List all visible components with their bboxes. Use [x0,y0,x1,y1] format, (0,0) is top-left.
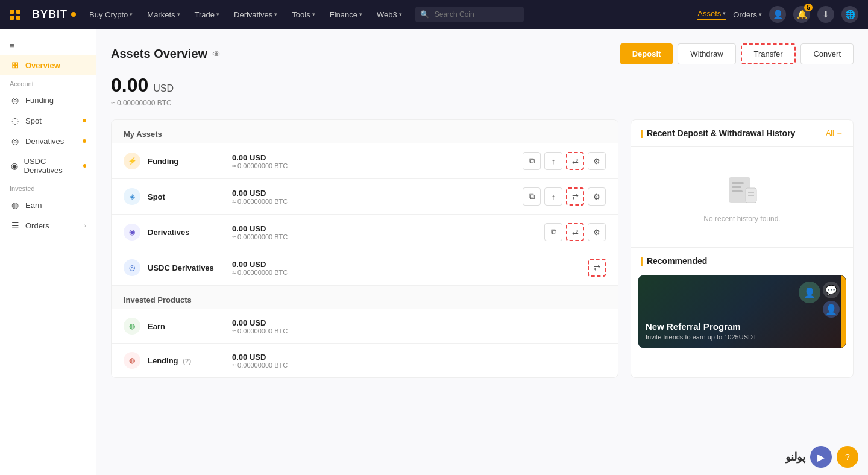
derivatives-copy-button[interactable]: ⧉ [544,223,562,241]
chevron-down-icon: ▾ [359,11,362,17]
sidebar-item-spot[interactable]: ◌ Spot [0,110,96,131]
deposit-button[interactable]: Deposit [620,43,673,64]
watermark-logo-icon: ▶ [810,446,832,468]
chevron-down-icon: ▾ [274,11,277,17]
funding-actions: ⧉ ↑ ⇄ ⚙ [523,152,606,170]
spot-copy-button[interactable]: ⧉ [523,187,541,206]
globe-icon[interactable]: 🌐 [841,6,858,23]
nav-web3[interactable]: Web3 ▾ [371,0,408,29]
promo-icon-2: 💬 [823,282,840,298]
logo[interactable]: BYBIT [10,8,76,21]
nav-markets[interactable]: Markets ▾ [141,0,186,29]
sidebar-item-orders[interactable]: ☰ Orders › [0,215,96,236]
balance-btc: ≈ 0.00000000 BTC [111,99,854,107]
funding-copy-button[interactable]: ⧉ [523,152,541,170]
derivatives-badge [83,139,86,143]
sidebar-item-usdc-derivatives[interactable]: ◉ USDC Derivatives [0,151,96,180]
sidebar-item-overview[interactable]: ⊞ Overview [0,55,96,75]
convert-button[interactable]: Convert [800,43,854,64]
table-row: ◈ Spot 0.00 USD ≈ 0.00000000 BTC ⧉ ↑ ⇄ ⚙ [112,179,618,215]
derivatives-icon: ◎ [10,136,20,146]
main-layout: ≡ ⊞ Overview Account ◎ Funding ◌ Spot ◎ … [0,29,868,475]
lending-help-icon[interactable]: (?) [183,357,191,365]
spot-actions: ⧉ ↑ ⇄ ⚙ [523,187,606,206]
page-title: Assets Overview [111,47,207,61]
search-input[interactable] [415,7,524,22]
page-header: Assets Overview 👁 Deposit Withdraw Trans… [111,43,854,64]
content-row: My Assets ⚡ Funding 0.00 USD ≈ 0.0000000… [111,119,854,378]
usdc-badge [83,164,86,168]
spot-badge [83,119,86,122]
nav-assets[interactable]: Assets ▾ [697,9,726,20]
table-row: ◎ USDC Derivatives 0.00 USD ≈ 0.00000000… [112,250,618,286]
usdc-actions: ⇄ [588,259,606,277]
promo-card[interactable]: New Referral Program Invite friends to e… [638,275,846,348]
promo-background: New Referral Program Invite friends to e… [638,275,846,348]
table-row: ◉ Derivatives 0.00 USD ≈ 0.00000000 BTC … [112,215,618,250]
spot-withdraw-button[interactable]: ↑ [544,187,562,206]
asset-amount-earn: 0.00 USD ≈ 0.00000000 BTC [232,318,606,335]
funding-asset-icon: ⚡ [124,153,140,169]
derivatives-settings-button[interactable]: ⚙ [588,223,606,241]
earn-btc: ≈ 0.00000000 BTC [232,327,606,335]
nav-buy-crypto[interactable]: Buy Crypto ▾ [83,0,139,29]
nav-right-section: Assets ▾ Orders ▾ 👤 🔔 5 ⬇ 🌐 [697,6,858,23]
nav-finance[interactable]: Finance ▾ [324,0,368,29]
lending-usd: 0.00 USD [232,353,606,362]
sidebar: ≡ ⊞ Overview Account ◎ Funding ◌ Spot ◎ … [0,29,96,475]
usdc-asset-icon: ◎ [124,259,140,276]
nav-orders[interactable]: Orders ▾ [733,10,762,19]
history-all-link[interactable]: All → [826,129,843,137]
profile-icon[interactable]: 👤 [769,6,786,23]
top-navigation: BYBIT Buy Crypto ▾ Markets ▾ Trade ▾ Der… [0,0,868,29]
sidebar-toggle[interactable]: ≡ [0,36,96,55]
asset-amount-spot: 0.00 USD ≈ 0.00000000 BTC [232,189,523,205]
asset-name-derivatives: Derivatives [148,228,232,237]
derivatives-actions: ⧉ ⇄ ⚙ [544,223,606,241]
spot-transfer-button[interactable]: ⇄ [566,187,584,206]
funding-transfer-button[interactable]: ⇄ [566,152,584,170]
nav-derivatives[interactable]: Derivatives ▾ [228,0,283,29]
chevron-down-icon: ▾ [177,11,180,17]
funding-settings-button[interactable]: ⚙ [588,152,606,170]
download-icon[interactable]: ⬇ [817,6,834,23]
my-assets-header: My Assets [112,120,618,143]
nav-tools[interactable]: Tools ▾ [286,0,321,29]
asset-amount-derivatives: 0.00 USD ≈ 0.00000000 BTC [232,224,544,241]
spot-settings-button[interactable]: ⚙ [588,187,606,206]
notifications-icon[interactable]: 🔔 5 [793,6,810,23]
lending-btc: ≈ 0.00000000 BTC [232,362,606,369]
asset-amount-lending: 0.00 USD ≈ 0.00000000 BTC [232,353,606,369]
table-row: ◍ Lending (?) 0.00 USD ≈ 0.00000000 BTC [112,344,618,377]
sidebar-section-account: Account [0,75,96,90]
transfer-button[interactable]: Transfer [741,43,796,64]
eye-icon[interactable]: 👁 [212,49,221,59]
spot-usd: 0.00 USD [232,189,523,198]
usdc-icon: ◉ [10,161,19,171]
derivatives-transfer-button[interactable]: ⇄ [566,223,584,241]
support-button[interactable]: ? [837,446,858,468]
derivatives-usd: 0.00 USD [232,224,544,233]
watermark-text: پولنو [785,450,805,464]
balance-currency: USD [153,83,174,94]
derivatives-asset-icon: ◉ [124,224,140,241]
sidebar-item-funding[interactable]: ◎ Funding [0,90,96,110]
chevron-down-icon: ▾ [130,11,133,17]
nav-trade[interactable]: Trade ▾ [189,0,225,29]
sidebar-item-earn[interactable]: ◍ Earn [0,195,96,215]
asset-name-spot: Spot [148,192,232,201]
apps-grid-icon[interactable] [10,10,21,20]
promo-title: New Referral Program [646,321,757,332]
withdraw-button[interactable]: Withdraw [678,43,735,64]
history-panel: Recent Deposit & Withdrawal History All … [631,119,854,378]
funding-withdraw-button[interactable]: ↑ [544,152,562,170]
usdc-transfer-button[interactable]: ⇄ [588,259,606,277]
recommended-header: Recommended [631,247,853,271]
history-title: Recent Deposit & Withdrawal History [641,128,795,138]
funding-usd: 0.00 USD [232,153,523,162]
promo-icon-1: 👤 [799,282,820,303]
asset-amount-funding: 0.00 USD ≈ 0.00000000 BTC [232,153,523,169]
sidebar-item-derivatives[interactable]: ◎ Derivatives [0,131,96,151]
sidebar-section-invested: Invested [0,180,96,195]
promo-illustration: 👤 💬 👤 [799,282,840,318]
